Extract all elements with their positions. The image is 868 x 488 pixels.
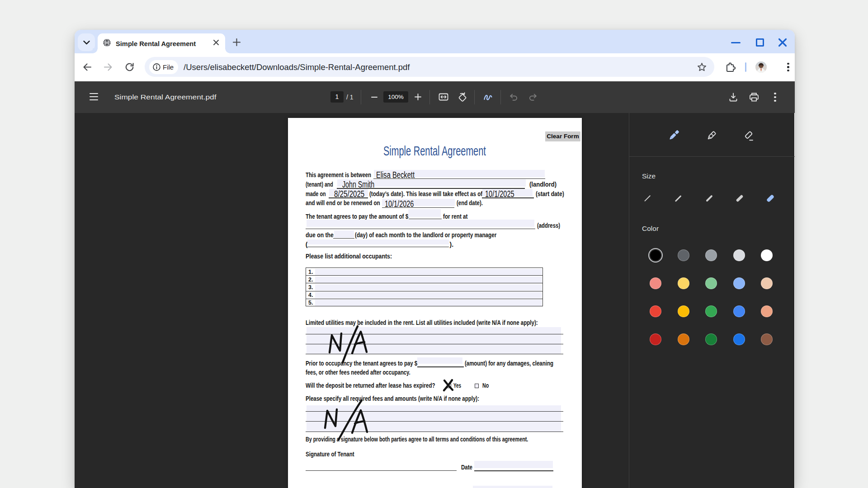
signature-line[interactable] (306, 470, 457, 471)
field-utilities[interactable] (307, 327, 561, 354)
rotate-icon[interactable] (458, 92, 467, 102)
color-swatch-green[interactable] (705, 305, 717, 317)
size-section-label: Size (642, 173, 656, 180)
occupant-row[interactable]: 5. (306, 299, 542, 307)
occupant-row[interactable]: 4. (306, 291, 542, 299)
color-swatch-light-blue[interactable] (733, 277, 745, 289)
annotate-ink-icon[interactable] (483, 92, 493, 102)
size-option-5-selected[interactable] (766, 194, 774, 202)
color-swatch-blue[interactable] (733, 305, 745, 317)
field-value-made-on[interactable]: 8/25/2025 (334, 189, 364, 198)
tab-close-button[interactable] (211, 37, 221, 47)
color-swatch-yellow[interactable] (678, 305, 689, 317)
window-maximize-button[interactable] (756, 38, 764, 47)
pdf-toolbar: Simple Rental Agreement.pdf 1 / 1 100% (75, 81, 795, 113)
window-minimize-button[interactable] (731, 42, 741, 43)
field-value-start-date[interactable]: 10/1/2025 (485, 189, 514, 198)
color-swatch-orange[interactable] (678, 333, 689, 345)
new-tab-button[interactable] (233, 38, 241, 46)
print-icon[interactable] (749, 92, 760, 103)
color-swatch-black[interactable] (650, 249, 661, 261)
field-rent-amount[interactable] (408, 209, 441, 217)
field-required-fees[interactable] (307, 405, 561, 432)
clear-form-button[interactable]: Clear Form (545, 131, 580, 141)
color-swatch-red[interactable] (650, 305, 661, 317)
bookmark-star-icon[interactable] (696, 61, 708, 73)
writing-line (306, 421, 563, 422)
zoom-level[interactable]: 100% (383, 91, 408, 103)
panel-divider (629, 156, 795, 157)
undo-icon[interactable] (509, 92, 519, 102)
fit-to-width-icon[interactable] (439, 92, 448, 102)
doc-text: Will the deposit be returned after lease… (306, 382, 435, 389)
reload-button[interactable] (124, 62, 135, 72)
field-value-end-date[interactable]: 10/1/2026 (385, 199, 414, 208)
color-swatch-tan[interactable] (761, 277, 773, 289)
occupant-input[interactable] (315, 284, 542, 291)
forward-button[interactable] (103, 62, 113, 72)
eraser-tool-icon[interactable] (743, 130, 755, 142)
writing-line (306, 334, 563, 334)
size-option-4[interactable] (736, 195, 743, 202)
field-damage-amount[interactable] (417, 357, 463, 364)
field-due-day[interactable] (334, 230, 354, 238)
field-value-landlord[interactable]: John Smith (342, 180, 374, 189)
color-swatch-light-gray[interactable] (733, 249, 745, 261)
color-swatch-brown[interactable] (761, 333, 773, 345)
doc-text: (start date) (536, 191, 564, 197)
color-swatch-light-red[interactable] (650, 277, 661, 289)
file-chip[interactable]: File (149, 60, 178, 74)
field-property-manager[interactable] (307, 239, 449, 245)
pdf-menu-kebab[interactable] (772, 92, 778, 103)
color-swatch-dark-gray[interactable] (678, 249, 689, 261)
occupant-row-number: 3. (308, 285, 313, 291)
field-underline (417, 366, 464, 367)
size-option-2[interactable] (675, 195, 682, 202)
color-swatch-light-green[interactable] (705, 277, 717, 289)
checkbox-yes[interactable] (447, 384, 452, 389)
omnibox[interactable]: File /Users/elisabeckett/Downloads/Simpl… (145, 57, 714, 77)
occupant-input[interactable] (315, 300, 542, 306)
occupant-row-number: 2. (308, 277, 313, 283)
occupant-row[interactable]: 2. (306, 276, 542, 283)
occupant-row[interactable]: 1. (306, 268, 542, 276)
field-underline (474, 470, 554, 471)
zoom-in-button[interactable] (415, 94, 421, 100)
occupant-input[interactable] (315, 269, 542, 275)
highlighter-tool-icon[interactable] (705, 130, 717, 142)
size-option-3[interactable] (706, 195, 713, 202)
pdf-page: Clear Form Simple Rental Agreement This … (288, 118, 582, 488)
close-icon (213, 40, 219, 45)
color-swatch-dark-green[interactable] (705, 333, 717, 345)
pen-tool-icon[interactable] (667, 130, 679, 142)
color-swatch-white[interactable] (761, 249, 773, 261)
avatar-image (755, 61, 767, 73)
color-swatch-salmon[interactable] (761, 305, 773, 317)
color-swatch-light-yellow[interactable] (678, 277, 689, 289)
zoom-out-button[interactable] (371, 97, 377, 98)
color-swatch-gray[interactable] (705, 249, 717, 261)
occupant-input[interactable] (315, 277, 542, 283)
back-button[interactable] (82, 62, 92, 72)
checkbox-no[interactable] (475, 384, 479, 389)
field-value-tenant[interactable]: Elisa Beckett (376, 170, 415, 179)
profile-avatar[interactable] (755, 61, 767, 73)
tab-simple-rental-agreement[interactable]: Simple Rental Agreement (98, 33, 225, 53)
download-icon[interactable] (728, 92, 739, 103)
redo-icon[interactable] (528, 92, 538, 102)
occupant-row[interactable]: 3. (306, 283, 542, 291)
color-swatch-dark-blue[interactable] (733, 333, 745, 345)
browser-menu-kebab[interactable] (785, 62, 791, 72)
url-text[interactable]: /Users/elisabeckett/Downloads/Simple-Ren… (184, 63, 410, 71)
page-number-input[interactable]: 1 (330, 91, 344, 103)
extensions-puzzle-icon[interactable] (725, 62, 736, 73)
field-date[interactable] (474, 461, 553, 468)
doc-text: Yes (453, 382, 461, 389)
field-address[interactable] (307, 220, 534, 227)
window-close-button[interactable] (778, 38, 787, 47)
field-partial-bottom[interactable] (473, 486, 552, 488)
color-swatch-dark-red[interactable] (650, 333, 661, 345)
menu-hamburger-icon[interactable] (90, 93, 98, 101)
occupant-input[interactable] (315, 292, 542, 298)
size-option-1[interactable] (644, 195, 651, 202)
